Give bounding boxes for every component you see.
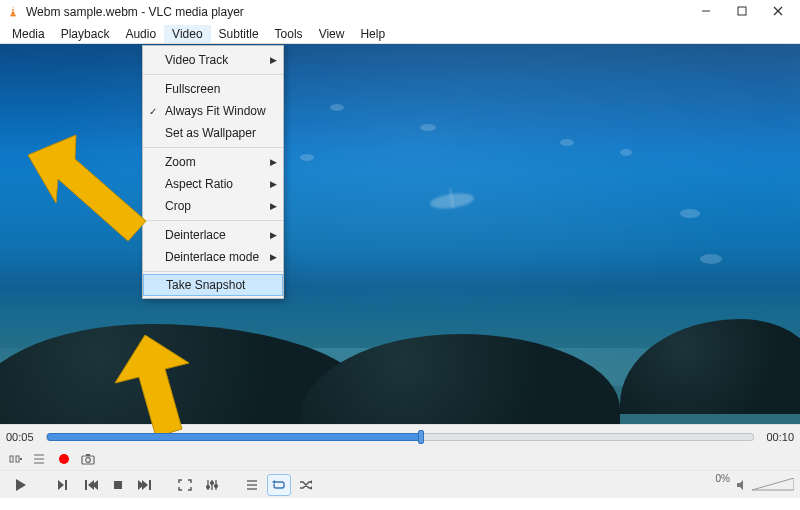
secondary-toolbar [0, 448, 800, 470]
chevron-right-icon: ▶ [270, 179, 277, 189]
svg-rect-18 [86, 454, 90, 456]
menu-item-always-fit-window[interactable]: Always Fit Window✓ [143, 100, 283, 122]
svg-marker-42 [752, 478, 794, 490]
menu-item-fullscreen[interactable]: Fullscreen [143, 78, 283, 100]
step-forward-button[interactable] [52, 474, 76, 496]
next-button[interactable] [133, 474, 157, 496]
svg-marker-20 [58, 480, 64, 490]
menu-item-label: Zoom [165, 155, 196, 169]
window-title: Webm sample.webm - VLC media player [26, 5, 244, 19]
speaker-icon[interactable] [736, 479, 748, 491]
vlc-cone-icon [6, 5, 20, 19]
svg-rect-21 [65, 480, 67, 490]
current-time: 00:05 [6, 431, 40, 443]
chevron-right-icon: ▶ [270, 55, 277, 65]
chevron-right-icon: ▶ [270, 201, 277, 211]
svg-rect-11 [20, 458, 22, 460]
svg-rect-2 [11, 11, 15, 12]
svg-marker-38 [272, 480, 275, 484]
check-icon: ✓ [149, 106, 157, 117]
menu-tools[interactable]: Tools [267, 25, 311, 43]
video-frame [0, 44, 800, 424]
svg-marker-27 [142, 480, 148, 490]
volume-control: 0% [716, 473, 794, 496]
menu-item-aspect-ratio[interactable]: Aspect Ratio▶ [143, 173, 283, 195]
menu-item-label: Video Track [165, 53, 228, 67]
menubar: MediaPlaybackAudioVideoSubtitleToolsView… [0, 24, 800, 44]
svg-marker-19 [16, 479, 26, 491]
svg-rect-10 [16, 456, 19, 462]
svg-point-34 [215, 484, 218, 487]
menu-subtitle[interactable]: Subtitle [211, 25, 267, 43]
svg-rect-4 [738, 7, 746, 15]
menu-item-label: Deinterlace mode [165, 250, 259, 264]
playlist-button[interactable] [30, 450, 50, 468]
fullscreen-button[interactable] [173, 474, 197, 496]
menu-view[interactable]: View [311, 25, 353, 43]
menu-item-label: Aspect Ratio [165, 177, 233, 191]
menu-item-video-track[interactable]: Video Track▶ [143, 49, 283, 71]
total-time: 00:10 [760, 431, 794, 443]
svg-point-33 [211, 481, 214, 484]
svg-rect-1 [11, 8, 14, 9]
svg-marker-41 [737, 480, 743, 490]
svg-point-15 [59, 454, 69, 464]
seek-knob[interactable] [418, 430, 424, 444]
seek-progress-fill [47, 433, 421, 441]
svg-rect-0 [10, 15, 15, 17]
playback-toolbar: 0% [0, 470, 800, 498]
svg-rect-22 [85, 480, 87, 490]
chevron-right-icon: ▶ [270, 157, 277, 167]
menu-item-label: Fullscreen [165, 82, 220, 96]
window-close-button[interactable] [760, 0, 796, 22]
svg-point-17 [86, 458, 91, 463]
menu-playback[interactable]: Playback [53, 25, 118, 43]
extended-settings-button[interactable] [200, 474, 224, 496]
svg-rect-28 [149, 480, 151, 490]
menu-audio[interactable]: Audio [117, 25, 164, 43]
video-viewport[interactable] [0, 44, 800, 424]
chevron-right-icon: ▶ [270, 252, 277, 262]
menu-item-deinterlace[interactable]: Deinterlace▶ [143, 224, 283, 246]
loop-button[interactable] [267, 474, 291, 496]
snapshot-button[interactable] [78, 450, 98, 468]
menu-item-label: Set as Wallpaper [165, 126, 256, 140]
menu-item-label: Crop [165, 199, 191, 213]
menu-media[interactable]: Media [4, 25, 53, 43]
svg-rect-25 [114, 481, 122, 489]
menu-item-label: Take Snapshot [166, 278, 245, 292]
menu-help[interactable]: Help [352, 25, 393, 43]
seekbar: 00:05 00:10 [0, 424, 800, 448]
atob-loop-button[interactable] [6, 450, 26, 468]
seek-track[interactable] [46, 433, 754, 441]
menu-item-crop[interactable]: Crop▶ [143, 195, 283, 217]
shuffle-button[interactable] [294, 474, 318, 496]
svg-marker-39 [310, 480, 312, 484]
menu-item-zoom[interactable]: Zoom▶ [143, 151, 283, 173]
record-button[interactable] [54, 450, 74, 468]
chevron-right-icon: ▶ [270, 230, 277, 240]
svg-point-32 [207, 485, 210, 488]
menu-video[interactable]: Video [164, 25, 210, 43]
menu-item-label: Always Fit Window [165, 104, 266, 118]
window-maximize-button[interactable] [724, 0, 760, 22]
video-menu-dropdown: Video Track▶FullscreenAlways Fit Window✓… [142, 45, 284, 299]
volume-percent: 0% [716, 473, 730, 484]
menu-item-label: Deinterlace [165, 228, 226, 242]
svg-rect-9 [10, 456, 13, 462]
previous-button[interactable] [79, 474, 103, 496]
volume-slider[interactable] [752, 478, 794, 492]
window-minimize-button[interactable] [688, 0, 724, 22]
menu-item-set-as-wallpaper[interactable]: Set as Wallpaper [143, 122, 283, 144]
menu-item-deinterlace-mode[interactable]: Deinterlace mode▶ [143, 246, 283, 268]
svg-marker-40 [310, 486, 312, 490]
toggle-playlist-button[interactable] [240, 474, 264, 496]
menu-item-take-snapshot[interactable]: Take Snapshot [143, 274, 283, 296]
stop-button[interactable] [106, 474, 130, 496]
window-titlebar: Webm sample.webm - VLC media player [0, 0, 800, 24]
play-button[interactable] [6, 474, 36, 496]
